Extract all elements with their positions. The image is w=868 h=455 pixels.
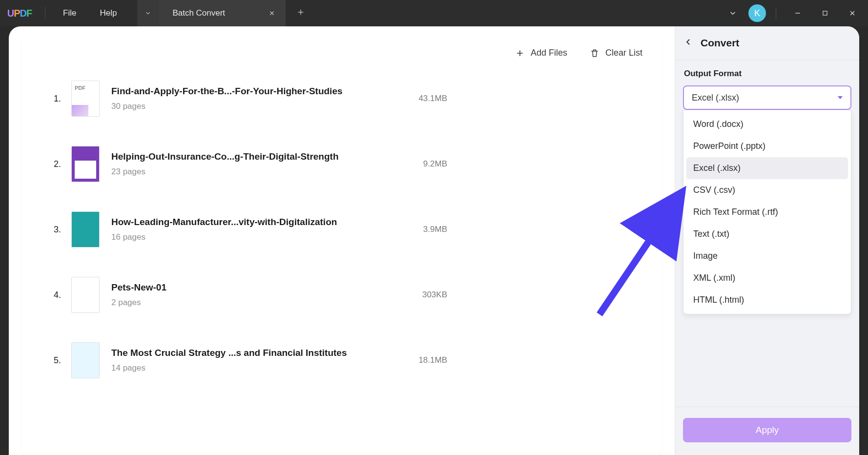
file-thumbnail xyxy=(71,146,100,182)
file-index: 3. xyxy=(54,225,71,235)
window-maximize[interactable] xyxy=(813,1,837,25)
file-index: 2. xyxy=(54,159,71,169)
add-files-button[interactable]: Add Files xyxy=(515,48,567,58)
apply-button[interactable]: Apply xyxy=(683,418,851,442)
file-thumbnail xyxy=(71,342,100,378)
tab-batch-convert[interactable]: Batch Convert xyxy=(159,0,286,26)
file-name: The Most Crucial Strategy ...s and Finan… xyxy=(111,348,365,358)
sidebar-header: Convert xyxy=(675,26,859,60)
close-icon xyxy=(269,10,275,17)
window-minimize[interactable] xyxy=(786,1,809,25)
file-thumbnail xyxy=(71,277,100,313)
minimize-icon xyxy=(794,9,802,17)
output-format-value: Excel (.xlsx) xyxy=(692,93,739,103)
file-pages: 30 pages xyxy=(111,102,365,111)
file-row[interactable]: 2.Helping-Out-Insurance-Co...g-Their-Dig… xyxy=(54,146,633,182)
file-info: Helping-Out-Insurance-Co...g-Their-Digit… xyxy=(111,151,365,177)
file-info: Pets-New-012 pages xyxy=(111,282,365,308)
convert-sidebar: Convert Output Format Excel (.xlsx) Word… xyxy=(675,26,859,455)
svg-rect-0 xyxy=(823,11,827,15)
file-name: How-Leading-Manufacturer...vity-with-Dig… xyxy=(111,217,365,228)
file-index: 4. xyxy=(54,290,71,300)
file-info: How-Leading-Manufacturer...vity-with-Dig… xyxy=(111,217,365,242)
format-option[interactable]: Word (.docx) xyxy=(686,113,848,135)
app-logo: U P D F xyxy=(0,8,39,19)
window-controls: K xyxy=(721,1,868,25)
file-index: 5. xyxy=(54,355,71,366)
recent-dropdown[interactable] xyxy=(721,1,744,25)
tab-list-dropdown[interactable] xyxy=(137,0,159,26)
format-option[interactable]: HTML (.html) xyxy=(686,289,848,311)
separator xyxy=(45,7,45,20)
menu-file[interactable]: File xyxy=(51,8,88,18)
close-icon xyxy=(848,9,856,17)
new-tab-button[interactable] xyxy=(290,7,311,20)
file-name: Find-and-Apply-For-the-B...-For-Your-Hig… xyxy=(111,86,365,97)
file-pages: 16 pages xyxy=(111,232,365,242)
file-size: 9.2MB xyxy=(423,159,633,169)
file-pages: 14 pages xyxy=(111,363,365,373)
logo-letter: D xyxy=(20,8,26,19)
format-option[interactable]: Text (.txt) xyxy=(686,223,848,245)
clear-list-label: Clear List xyxy=(605,48,642,58)
chevron-down-icon xyxy=(838,96,843,99)
plus-icon xyxy=(296,8,305,17)
file-size: 43.1MB xyxy=(418,94,633,103)
menu-help[interactable]: Help xyxy=(88,8,128,18)
file-list: 1.Find-and-Apply-For-the-B...-For-Your-H… xyxy=(21,62,662,378)
chevron-down-icon xyxy=(728,9,737,18)
file-size: 303KB xyxy=(422,290,633,300)
file-info: The Most Crucial Strategy ...s and Finan… xyxy=(111,348,365,373)
file-thumbnail xyxy=(71,81,100,117)
logo-letter: U xyxy=(7,8,14,19)
back-button[interactable] xyxy=(684,38,693,48)
file-name: Pets-New-01 xyxy=(111,282,365,293)
user-avatar[interactable]: K xyxy=(748,4,766,22)
format-option[interactable]: XML (.xml) xyxy=(686,267,848,289)
format-option[interactable]: Rich Text Format (.rtf) xyxy=(686,201,848,223)
maximize-icon xyxy=(822,10,828,17)
file-thumbnail xyxy=(71,211,100,248)
file-row[interactable]: 3.How-Leading-Manufacturer...vity-with-D… xyxy=(54,211,633,248)
output-format-label: Output Format xyxy=(683,69,851,79)
window-close[interactable] xyxy=(841,1,864,25)
output-format-select[interactable]: Excel (.xlsx) xyxy=(683,85,851,110)
file-row[interactable]: 5.The Most Crucial Strategy ...s and Fin… xyxy=(54,342,633,378)
file-row[interactable]: 4.Pets-New-012 pages303KB xyxy=(54,277,633,313)
file-size: 18.1MB xyxy=(418,355,633,365)
sidebar-title: Convert xyxy=(701,37,739,49)
main-panel: Add Files Clear List 1.Find-and-Apply-Fo… xyxy=(9,26,675,455)
file-toolbar: Add Files Clear List xyxy=(21,36,662,62)
add-files-label: Add Files xyxy=(531,48,567,58)
file-pages: 2 pages xyxy=(111,298,365,308)
format-option[interactable]: Image xyxy=(686,245,848,267)
output-format-dropdown: Word (.docx)PowerPoint (.pptx)Excel (.xl… xyxy=(683,110,851,314)
title-bar: U P D F File Help Batch Convert K xyxy=(0,0,868,26)
chevron-left-icon xyxy=(684,38,693,46)
trash-icon xyxy=(590,48,599,58)
file-info: Find-and-Apply-For-the-B...-For-Your-Hig… xyxy=(111,86,365,111)
format-option[interactable]: Excel (.xlsx) xyxy=(686,157,848,179)
file-name: Helping-Out-Insurance-Co...g-Their-Digit… xyxy=(111,151,365,162)
workspace: Add Files Clear List 1.Find-and-Apply-Fo… xyxy=(9,26,859,455)
file-index: 1. xyxy=(54,94,71,104)
tab-close-button[interactable] xyxy=(265,6,279,20)
file-size: 3.9MB xyxy=(423,225,633,234)
format-option[interactable]: PowerPoint (.pptx) xyxy=(686,135,848,157)
file-pages: 23 pages xyxy=(111,167,365,177)
logo-letter: P xyxy=(14,8,20,19)
chevron-down-icon xyxy=(145,10,151,17)
file-row[interactable]: 1.Find-and-Apply-For-the-B...-For-Your-H… xyxy=(54,81,633,117)
format-option[interactable]: CSV (.csv) xyxy=(686,179,848,201)
separator xyxy=(776,7,776,20)
logo-letter: F xyxy=(26,8,32,19)
plus-icon xyxy=(515,48,525,58)
tab-title: Batch Convert xyxy=(172,8,225,18)
clear-list-button[interactable]: Clear List xyxy=(590,48,642,58)
